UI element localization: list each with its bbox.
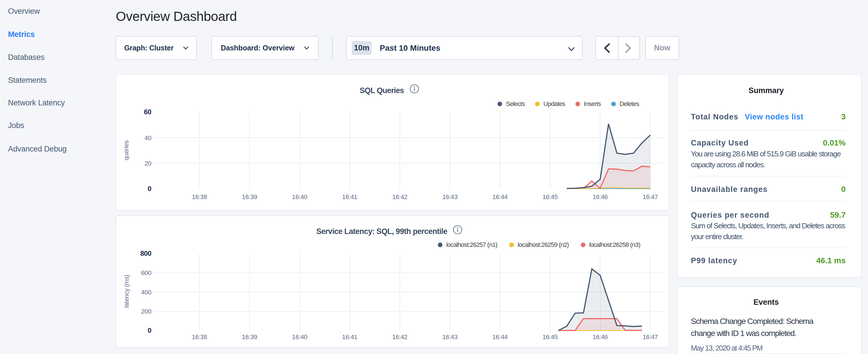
svg-text:16:45: 16:45 bbox=[542, 333, 558, 341]
svg-text:16:42: 16:42 bbox=[392, 193, 407, 200]
svg-text:16:41: 16:41 bbox=[342, 193, 358, 200]
svg-text:16:43: 16:43 bbox=[442, 333, 457, 341]
svg-text:16:40: 16:40 bbox=[292, 333, 307, 341]
svg-text:16:47: 16:47 bbox=[643, 193, 658, 200]
svg-text:40: 40 bbox=[145, 134, 151, 141]
svg-text:0: 0 bbox=[148, 326, 151, 334]
svg-text:16:47: 16:47 bbox=[643, 333, 658, 341]
svg-text:16:41: 16:41 bbox=[342, 333, 358, 341]
svg-text:400: 400 bbox=[141, 289, 151, 296]
svg-text:queries: queries bbox=[123, 140, 130, 160]
svg-text:16:46: 16:46 bbox=[593, 193, 608, 200]
svg-text:800: 800 bbox=[140, 250, 151, 257]
svg-text:0: 0 bbox=[148, 185, 151, 192]
svg-text:16:40: 16:40 bbox=[292, 193, 307, 200]
svg-text:16:44: 16:44 bbox=[492, 333, 507, 341]
svg-text:20: 20 bbox=[145, 160, 151, 167]
svg-text:200: 200 bbox=[141, 308, 151, 315]
svg-text:16:39: 16:39 bbox=[242, 333, 257, 341]
svg-text:16:45: 16:45 bbox=[542, 193, 558, 200]
svg-text:16:39: 16:39 bbox=[242, 193, 257, 200]
svg-text:16:38: 16:38 bbox=[192, 333, 207, 341]
svg-text:16:38: 16:38 bbox=[192, 193, 207, 200]
svg-text:60: 60 bbox=[144, 108, 151, 116]
svg-text:16:46: 16:46 bbox=[593, 333, 608, 341]
svg-text:16:44: 16:44 bbox=[492, 193, 507, 200]
svg-text:16:42: 16:42 bbox=[392, 333, 407, 341]
svg-text:16:43: 16:43 bbox=[442, 193, 457, 200]
svg-text:latency (ms): latency (ms) bbox=[123, 275, 130, 308]
svg-text:600: 600 bbox=[141, 269, 151, 277]
